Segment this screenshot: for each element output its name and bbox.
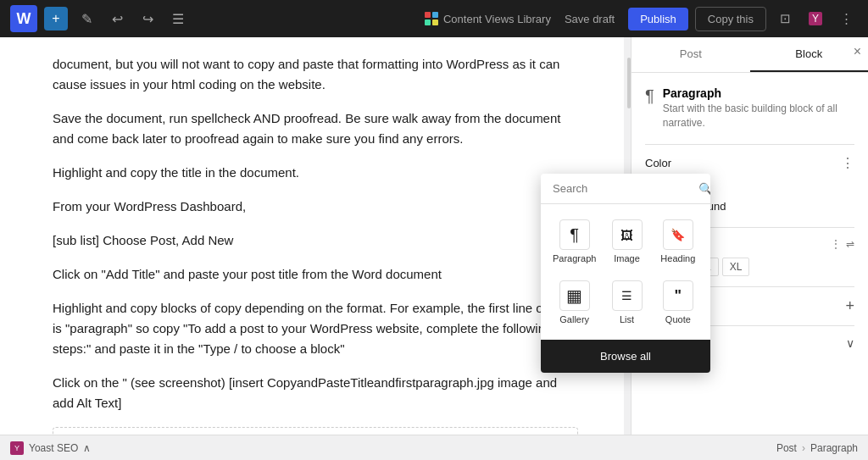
- block-item-gallery[interactable]: ▦ Gallery: [549, 274, 599, 331]
- panel-close-button[interactable]: ×: [854, 44, 861, 59]
- copy-this-button[interactable]: Copy this: [695, 7, 766, 31]
- dimensions-add-icon[interactable]: +: [845, 297, 854, 315]
- breadcrumb-paragraph: Paragraph: [810, 442, 858, 454]
- size-xl-button[interactable]: XL: [722, 258, 750, 276]
- undo-button[interactable]: ↩: [105, 7, 129, 30]
- divider-1: [645, 144, 854, 145]
- search-icon: 🔍: [698, 182, 710, 196]
- yoast-seo-label: Yoast SEO: [29, 442, 78, 454]
- block-item-list[interactable]: ☰ List: [603, 274, 650, 331]
- advanced-toggle-icon[interactable]: ∨: [846, 336, 854, 350]
- panel-tabs: Post Block ×: [632, 37, 868, 73]
- paragraph-1: document, but you will not want to copy …: [53, 54, 578, 95]
- block-item-quote[interactable]: " Quote: [654, 274, 702, 331]
- paragraph-3: Highlight and copy the title in the docu…: [53, 163, 578, 183]
- typography-more-icon[interactable]: ⋮: [831, 238, 841, 250]
- edit-icon: ✎: [81, 11, 92, 27]
- menu-button[interactable]: ☰: [166, 7, 190, 30]
- editor-content: document, but you will not want to copy …: [53, 54, 578, 460]
- content-views-label: Content Views Library: [443, 13, 551, 25]
- color-section-title: Color: [645, 157, 671, 169]
- list-block-icon: ☰: [612, 280, 643, 311]
- paragraph-6: Click on "Add Title" and paste your post…: [53, 264, 578, 285]
- image-block-label: Image: [614, 253, 640, 263]
- paragraph-block-label: Paragraph: [553, 253, 596, 263]
- bottom-bar: Y Yoast SEO ∧ Post › Paragraph: [0, 435, 868, 460]
- undo-icon: ↩: [112, 11, 123, 27]
- edit-button[interactable]: ✎: [75, 7, 98, 30]
- breadcrumb-post[interactable]: Post: [776, 442, 797, 454]
- yoast-button[interactable]: Y: [804, 7, 827, 30]
- wp-logo[interactable]: W: [10, 5, 37, 32]
- gallery-block-icon: ▦: [559, 280, 590, 311]
- block-info-description: Start with the basic building block of a…: [663, 102, 854, 130]
- browse-all-button[interactable]: Browse all: [541, 340, 710, 373]
- list-block-label: List: [620, 314, 634, 324]
- publish-button[interactable]: Publish: [628, 8, 688, 30]
- heading-block-label: Heading: [660, 253, 695, 263]
- save-draft-button[interactable]: Save draft: [558, 9, 621, 29]
- add-block-button[interactable]: +: [44, 7, 68, 30]
- block-info-icon: ¶: [645, 86, 654, 106]
- block-item-heading[interactable]: 🔖 Heading: [654, 213, 702, 270]
- color-section-more-icon[interactable]: ⋮: [841, 155, 854, 171]
- content-views-icon: [425, 12, 438, 25]
- paragraph-4: From your WordPress Dashboard,: [53, 197, 578, 217]
- gallery-block-label: Gallery: [559, 314, 589, 324]
- breadcrumb-separator: ›: [802, 442, 805, 454]
- menu-icon: ☰: [172, 11, 184, 27]
- image-block-icon: 🖼: [612, 219, 643, 250]
- paragraph-block-icon: ¶: [559, 219, 590, 250]
- block-picker-popup: 🔍 ¶ Paragraph 🖼 Image 🔖 Heading ▦ Galler…: [541, 174, 710, 373]
- document-icon: ⊡: [780, 11, 791, 26]
- quote-block-icon: ": [663, 280, 693, 311]
- content-views-button[interactable]: Content Views Library: [425, 12, 551, 25]
- block-picker-grid: ¶ Paragraph 🖼 Image 🔖 Heading ▦ Gallery …: [541, 204, 710, 340]
- block-item-image[interactable]: 🖼 Image: [603, 213, 650, 270]
- color-section-header: Color ⋮: [645, 155, 854, 171]
- main-layout: document, but you will not want to copy …: [0, 37, 868, 460]
- paragraph-8: Click on the " (see screenshot) [insert …: [53, 373, 578, 413]
- typography-settings-icon[interactable]: ⇌: [846, 238, 854, 250]
- heading-block-icon: 🔖: [663, 219, 693, 250]
- scrollbar-thumb: [627, 58, 631, 108]
- redo-icon: ↪: [142, 11, 153, 27]
- yoast-seo-section[interactable]: Y Yoast SEO ∧: [10, 441, 91, 455]
- yoast-icon: Y: [809, 12, 822, 25]
- tab-block[interactable]: Block: [750, 37, 869, 72]
- block-item-paragraph[interactable]: ¶ Paragraph: [549, 213, 599, 270]
- paragraph-7: Highlight and copy blocks of copy depend…: [53, 298, 578, 359]
- more-options-icon: ⋮: [840, 11, 853, 26]
- more-options-button[interactable]: ⋮: [834, 7, 858, 30]
- editor-area[interactable]: document, but you will not want to copy …: [0, 37, 631, 460]
- block-info: ¶ Paragraph Start with the basic buildin…: [645, 86, 854, 130]
- tab-post[interactable]: Post: [632, 37, 750, 72]
- redo-button[interactable]: ↪: [136, 7, 159, 30]
- block-picker-search-bar: 🔍: [541, 174, 710, 204]
- block-search-input[interactable]: [549, 174, 698, 203]
- yoast-seo-icon: Y: [10, 441, 24, 455]
- paragraph-2: Save the document, run spellcheck AND pr…: [53, 108, 578, 149]
- quote-block-label: Quote: [665, 314, 691, 324]
- yoast-expand-icon: ∧: [83, 442, 91, 454]
- main-toolbar: W + ✎ ↩ ↪ ☰ Content Views Library Save d…: [0, 0, 868, 37]
- document-view-button[interactable]: ⊡: [773, 7, 797, 30]
- block-info-title: Paragraph: [663, 86, 854, 100]
- paragraph-5: [sub list] Choose Post, Add New: [53, 230, 578, 251]
